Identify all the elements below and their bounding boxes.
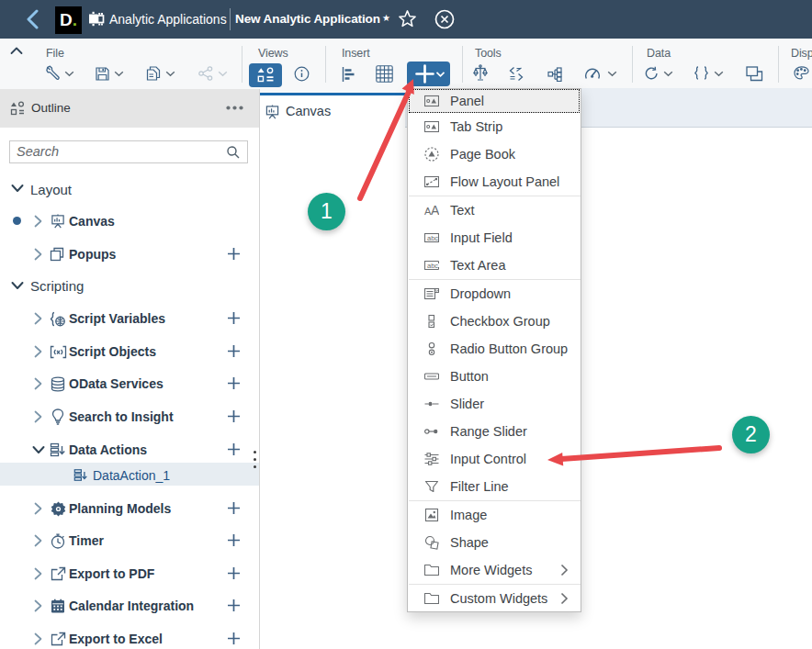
svg-text:abc: abc (427, 234, 438, 242)
svg-text:A: A (431, 203, 439, 218)
svg-text:abc: abc (427, 262, 438, 270)
